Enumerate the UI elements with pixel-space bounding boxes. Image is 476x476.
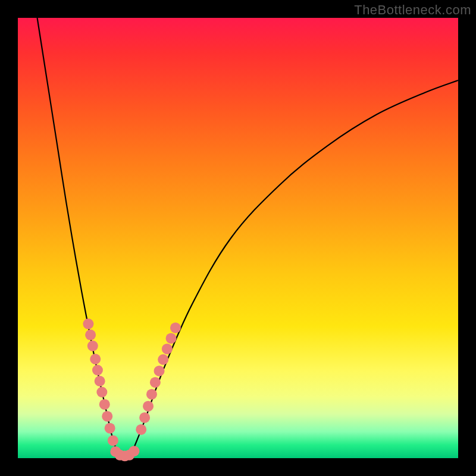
data-marker [139,412,150,423]
markers-left [83,318,118,446]
data-marker [154,365,165,376]
data-marker [90,354,101,365]
data-marker [150,377,161,388]
data-marker [158,354,168,365]
data-marker [170,322,181,333]
data-marker [87,340,98,351]
data-marker [92,365,103,375]
data-marker [108,435,118,446]
chart-svg [18,18,458,458]
data-marker [85,330,96,340]
right-branch-path [131,80,458,454]
watermark-text: TheBottleneck.com [354,2,471,18]
markers-bottom [110,446,139,461]
data-marker [83,318,93,329]
data-marker [162,343,173,354]
markers-right [136,322,181,435]
data-marker [136,424,146,435]
data-marker [143,401,154,412]
outer-frame: TheBottleneck.com [0,0,476,476]
data-marker [166,333,177,344]
data-marker [129,446,139,456]
data-marker [102,411,112,422]
plot-area [18,18,458,458]
data-marker [99,399,110,410]
data-marker [146,389,157,400]
curve-right-branch [131,80,458,454]
data-marker [96,387,107,397]
data-marker [105,423,115,434]
data-marker [95,376,105,387]
